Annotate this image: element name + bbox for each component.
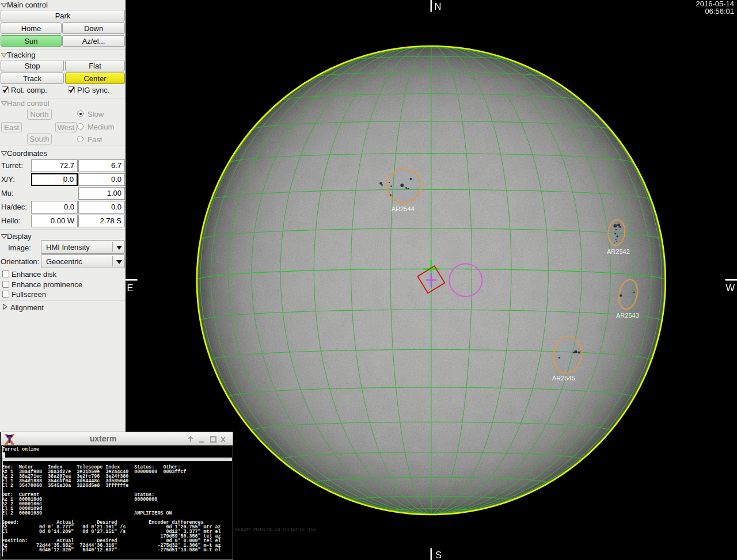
svg-text:N: N xyxy=(435,1,442,12)
svg-text:E: E xyxy=(127,283,134,293)
svg-text:AR2542: AR2542 xyxy=(607,248,630,255)
svg-text:AR2544: AR2544 xyxy=(392,205,415,212)
svg-text:AR2543: AR2543 xyxy=(616,312,639,319)
svg-text:S: S xyxy=(435,550,442,560)
svg-text:inuum: 2016.05.14_05:53:15_TA: inuum: 2016.05.14_05:53:15_TAI xyxy=(235,526,316,532)
svg-text:W: W xyxy=(726,283,735,293)
svg-text:06:56:01: 06:56:01 xyxy=(705,7,734,16)
svg-text:AR2545: AR2545 xyxy=(552,375,575,382)
